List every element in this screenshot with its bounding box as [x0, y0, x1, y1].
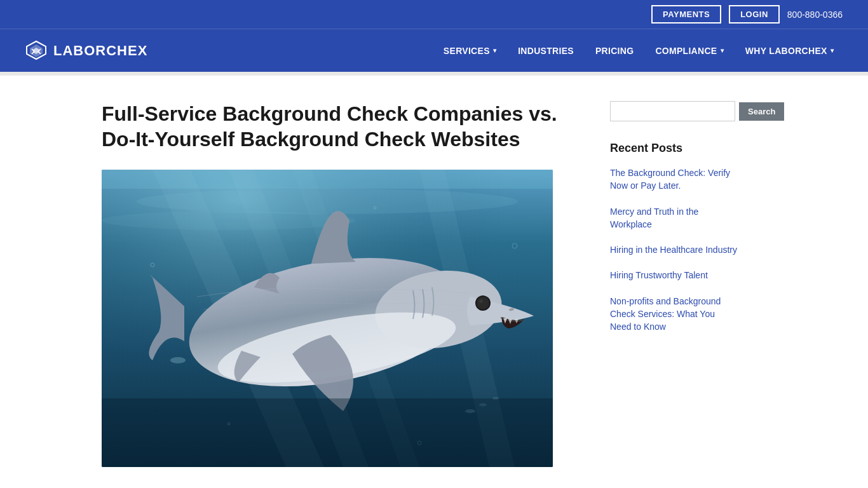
recent-post-5: Non-profits and Background Check Service…: [610, 295, 737, 334]
nav-item-services[interactable]: SERVICES ▾: [435, 39, 505, 62]
recent-posts-title: Recent Posts: [610, 142, 737, 155]
svg-point-10: [102, 211, 356, 230]
search-button[interactable]: Search: [739, 102, 784, 121]
payments-button[interactable]: PAYMENTS: [651, 5, 721, 24]
phone-number: 800-880-0366: [787, 10, 843, 20]
nav-label-industries: INDUSTRIES: [518, 46, 574, 56]
chevron-down-icon-why: ▾: [831, 47, 834, 54]
recent-post-2: Mercy and Truth in the Workplace: [610, 205, 737, 231]
shark-image: [102, 170, 553, 467]
nav-item-why-laborchex[interactable]: WHY LABORCHEX ▾: [736, 39, 843, 62]
nav-item-industries[interactable]: INDUSTRIES: [509, 39, 583, 62]
content-wrapper: Full-Service Background Check Companies …: [0, 76, 868, 488]
search-input[interactable]: [610, 101, 735, 121]
shark-svg: [102, 170, 553, 467]
recent-post-3: Hiring in the Healthcare Industry: [610, 243, 737, 256]
recent-post-link-5[interactable]: Non-profits and Background Check Service…: [610, 295, 737, 334]
svg-rect-28: [102, 170, 553, 189]
sidebar: Search Recent Posts The Background Check…: [610, 101, 737, 467]
svg-point-11: [170, 357, 186, 363]
recent-post-link-4[interactable]: Hiring Trustworthy Talent: [610, 269, 737, 281]
svg-point-9: [137, 189, 518, 214]
article-image-container: [102, 170, 553, 467]
svg-rect-27: [102, 398, 553, 467]
logo[interactable]: LABORCHEX: [25, 40, 147, 62]
recent-post-4: Hiring Trustworthy Talent: [610, 269, 737, 281]
nav-links: SERVICES ▾ INDUSTRIES PRICING COMPLIANCE…: [435, 39, 843, 62]
main-area: Full-Service Background Check Companies …: [0, 76, 868, 488]
logo-text: LABORCHEX: [53, 43, 147, 59]
nav-label-pricing: PRICING: [595, 46, 634, 56]
recent-post-link-1[interactable]: The Background Check: Verify Now or Pay …: [610, 166, 737, 193]
search-area: Search: [610, 101, 737, 121]
chevron-down-icon: ▾: [493, 47, 496, 54]
recent-post-1: The Background Check: Verify Now or Pay …: [610, 166, 737, 193]
nav-label-compliance: COMPLIANCE: [655, 46, 717, 56]
top-bar: PAYMENTS LOGIN 800-880-0366: [0, 0, 868, 29]
recent-post-link-2[interactable]: Mercy and Truth in the Workplace: [610, 205, 737, 231]
chevron-down-icon-compliance: ▾: [721, 47, 724, 54]
article-title: Full-Service Background Check Companies …: [102, 101, 585, 152]
nav-bar: LABORCHEX SERVICES ▾ INDUSTRIES PRICING …: [0, 29, 868, 72]
svg-point-19: [477, 297, 489, 309]
login-button[interactable]: LOGIN: [729, 5, 780, 24]
svg-point-20: [479, 299, 483, 303]
article-area: Full-Service Background Check Companies …: [102, 101, 585, 467]
logo-icon: [25, 40, 47, 62]
nav-label-why-laborchex: WHY LABORCHEX: [745, 46, 827, 56]
recent-post-link-3[interactable]: Hiring in the Healthcare Industry: [610, 243, 737, 256]
nav-label-services: SERVICES: [444, 46, 490, 56]
nav-item-pricing[interactable]: PRICING: [587, 39, 642, 62]
nav-item-compliance[interactable]: COMPLIANCE ▾: [646, 39, 732, 62]
